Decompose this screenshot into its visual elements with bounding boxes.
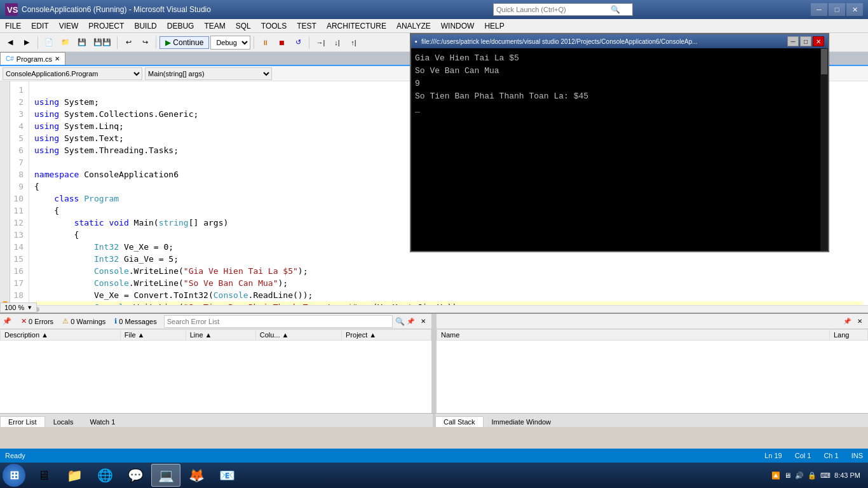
console-cursor: _ xyxy=(415,103,819,116)
quick-launch-input[interactable] xyxy=(496,6,611,13)
continue-button[interactable]: ▶ Continue xyxy=(159,36,209,49)
step-over-button[interactable]: →| xyxy=(313,35,328,50)
folder-icon: 📁 xyxy=(67,468,83,483)
undo-button[interactable]: ↩ xyxy=(121,35,136,50)
method-selector[interactable]: Main(string[] args) xyxy=(145,67,272,80)
taskbar-firefox[interactable]: 🦊 xyxy=(182,464,211,487)
message-filter-button[interactable]: ℹ 0 Messages xyxy=(110,315,161,329)
visualstudio-icon: 💻 xyxy=(158,468,174,483)
tab-program-cs[interactable]: C# Program.cs ✕ xyxy=(0,52,65,65)
stop-button[interactable]: ⏹ xyxy=(274,35,289,50)
step-into-button[interactable]: ↓| xyxy=(329,35,344,50)
open-button[interactable]: 📁 xyxy=(58,35,73,50)
menu-analyze[interactable]: ANALYZE xyxy=(391,19,436,32)
menu-architecture[interactable]: ARCHITECTURE xyxy=(322,19,391,32)
windows-logo-icon: ⊞ xyxy=(10,468,19,482)
minimize-button[interactable]: ─ xyxy=(811,3,827,16)
close-button[interactable]: ✕ xyxy=(846,3,863,16)
class-selector[interactable]: ConsoleApplication6.Program xyxy=(3,67,142,80)
console-titlebar[interactable]: ▪ file:///c:/users/patrick lee/documents… xyxy=(411,34,828,48)
console-line-4: So Tien Ban Phai Thanh Toan La: $45 xyxy=(415,90,819,103)
call-stack-toolbar: 📌 ✕ xyxy=(437,314,868,329)
console-close[interactable]: ✕ xyxy=(813,36,824,46)
col-line[interactable]: Line ▲ xyxy=(186,330,255,341)
menu-edit[interactable]: EDIT xyxy=(26,19,53,32)
taskbar-extra[interactable]: 📧 xyxy=(212,464,241,487)
maximize-button[interactable]: □ xyxy=(829,3,845,16)
panel-close-button[interactable]: ✕ xyxy=(417,316,429,327)
debug-config-select[interactable]: Debug xyxy=(210,36,250,50)
zoom-control[interactable]: 100 % ▼ xyxy=(0,302,37,313)
tab-call-stack[interactable]: Call Stack xyxy=(435,416,484,427)
char-number: Ch 1 xyxy=(824,452,838,459)
error-list-toolbar: 📌 ✕ 0 Errors ⚠ 0 Warnings ℹ 0 Messages 🔍… xyxy=(0,314,431,329)
explorer-icon: 🖥 xyxy=(37,468,50,483)
clock[interactable]: 8:43 PM xyxy=(834,471,860,479)
clock-time: 8:43 PM xyxy=(834,471,860,479)
call-stack-table-container: Name Lang xyxy=(437,329,868,413)
tab-watch1[interactable]: Watch 1 xyxy=(81,416,123,427)
col-column[interactable]: Colu... ▲ xyxy=(255,330,341,341)
col-project[interactable]: Project ▲ xyxy=(342,330,431,341)
restart-button[interactable]: ↺ xyxy=(290,35,306,50)
console-maximize[interactable]: □ xyxy=(800,36,811,46)
warning-filter-button[interactable]: ⚠ 0 Warnings xyxy=(58,315,110,329)
menu-sql[interactable]: SQL xyxy=(231,19,256,32)
save-button[interactable]: 💾 xyxy=(74,35,90,50)
window-controls: ─ □ ✕ xyxy=(811,3,863,16)
callstack-pin-button[interactable]: 📌 xyxy=(841,316,853,327)
taskbar-skype[interactable]: 💬 xyxy=(121,464,150,487)
menu-test[interactable]: TEST xyxy=(292,19,322,32)
call-stack-table: Name Lang xyxy=(437,329,868,341)
pause-button[interactable]: ⏸ xyxy=(257,35,273,50)
menu-debug[interactable]: DEBUG xyxy=(162,19,200,32)
console-scroll-thumb[interactable] xyxy=(821,49,827,74)
taskbar-vs[interactable]: 💻 xyxy=(151,464,180,487)
col-description[interactable]: Description ▲ xyxy=(1,330,121,341)
taskbar-files[interactable]: 📁 xyxy=(60,464,89,487)
line-number: Ln 19 xyxy=(764,452,782,459)
tab-locals[interactable]: Locals xyxy=(45,416,82,427)
back-button[interactable]: ◀ xyxy=(3,35,18,50)
system-tray: 🔼 🖥 🔊 🔒 ⌨ 8:43 PM xyxy=(771,471,865,480)
forward-button[interactable]: ▶ xyxy=(19,35,34,50)
taskbar-chrome[interactable]: 🌐 xyxy=(90,464,119,487)
col-file[interactable]: File ▲ xyxy=(120,330,186,341)
tab-close-button[interactable]: ✕ xyxy=(55,55,60,62)
menu-view[interactable]: VIEW xyxy=(54,19,84,32)
bottom-area: 📌 ✕ 0 Errors ⚠ 0 Warnings ℹ 0 Messages 🔍… xyxy=(0,313,868,427)
console-scrollbar[interactable] xyxy=(820,48,828,251)
error-search-input[interactable] xyxy=(164,315,393,328)
skype-icon: 💬 xyxy=(128,468,144,483)
line-numbers: 12345 678910 1112131415 1617181920 21222… xyxy=(10,81,29,305)
step-out-button[interactable]: ↑| xyxy=(346,35,361,50)
menu-file[interactable]: FILE xyxy=(0,19,26,32)
menu-build[interactable]: BUILD xyxy=(129,19,161,32)
tab-immediate-window[interactable]: Immediate Window xyxy=(484,416,560,427)
vs-logo: VS xyxy=(5,3,18,16)
callstack-close-button[interactable]: ✕ xyxy=(854,316,865,327)
editor-hscroll[interactable] xyxy=(0,305,868,313)
title-bar: VS ConsoleApplication6 (Running) - Micro… xyxy=(0,0,868,19)
volume-icon: 🔊 xyxy=(795,471,804,480)
menu-help[interactable]: HELP xyxy=(479,19,509,32)
taskbar-explorer[interactable]: 🖥 xyxy=(29,464,58,487)
redo-button[interactable]: ↪ xyxy=(137,35,153,50)
save-all-button[interactable]: 💾💾 xyxy=(91,35,114,50)
new-project-button[interactable]: 📄 xyxy=(41,35,57,50)
console-minimize[interactable]: ─ xyxy=(787,36,799,46)
tab-error-list[interactable]: Error List xyxy=(0,416,45,427)
menu-project[interactable]: PROJECT xyxy=(83,19,129,32)
cs-col-name[interactable]: Name xyxy=(437,330,830,341)
error-filter-button[interactable]: ✕ 0 Errors xyxy=(17,315,58,329)
right-bottom-tabs: Call Stack Immediate Window xyxy=(435,414,868,427)
error-count: 0 Errors xyxy=(29,318,53,325)
menu-team[interactable]: TEAM xyxy=(199,19,230,32)
menu-window[interactable]: WINDOW xyxy=(436,19,480,32)
network-icon: 🖥 xyxy=(784,471,791,479)
start-button[interactable]: ⊞ xyxy=(3,464,25,487)
menu-tools[interactable]: TOOLS xyxy=(256,19,292,32)
zoom-dropdown-icon[interactable]: ▼ xyxy=(27,304,32,311)
panel-pin-button[interactable]: 📌 xyxy=(405,316,416,327)
cs-col-lang[interactable]: Lang xyxy=(830,330,868,341)
